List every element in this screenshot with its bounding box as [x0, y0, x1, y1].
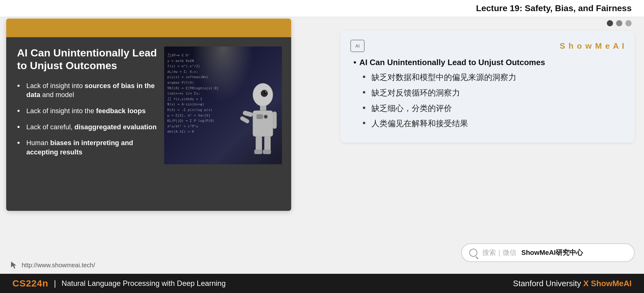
course-code: CS224n: [12, 278, 48, 289]
cursor-icon: [9, 260, 19, 270]
bottom-right: Stanford University X ShowMeAI: [513, 279, 632, 288]
ai-icon-label: AI: [355, 43, 360, 48]
bullet-2: Lack of insight into the feedback loops: [17, 106, 158, 116]
lecture-title: Lecture 19: Safety, Bias, and Fairness: [476, 3, 632, 13]
showmeai-card: AI S h o w M e A I AI Can Unintentionall…: [340, 31, 635, 143]
bottom-bar: CS224n | Natural Language Processing wit…: [0, 274, 644, 293]
bottom-separator: |: [54, 279, 56, 288]
showmeai-logo: S h o w M e A I: [560, 41, 625, 51]
svg-rect-5: [253, 111, 273, 137]
card-subitem-4: 人类偏见在解释和接受结果: [363, 118, 625, 129]
dot-3[interactable]: [625, 20, 632, 26]
svg-rect-14: [254, 149, 262, 154]
bullet-4-bold: biases in interpreting and accepting res…: [26, 139, 133, 156]
url-text: http://www.showmeai.tech/: [22, 262, 95, 269]
bullet-4: Human biases in interpreting and accepti…: [17, 138, 158, 157]
search-divider: 搜索｜微信: [482, 248, 516, 257]
showmeai-bottom-brand: ShowMeAI: [591, 279, 632, 288]
slide-area: AI Can Unintentionally Lead to Unjust Ou…: [6, 19, 291, 211]
x-mark: X: [583, 279, 591, 288]
card-main-title: AI Can Unintentionally Lead to Unjust Ou…: [350, 58, 625, 67]
robot-svg: [235, 78, 279, 158]
card-subitem-3: 缺乏细心，分类的评价: [363, 103, 625, 114]
card-header: AI S h o w M e A I: [350, 40, 625, 52]
card-subitem-2: 缺乏对反馈循环的洞察力: [363, 88, 625, 98]
slide-body: AI Can Unintentionally Lead to Unjust Ou…: [6, 37, 291, 211]
card-subitems: 缺乏对数据和模型中的偏见来源的洞察力 缺乏对反馈循环的洞察力 缺乏细心，分类的评…: [350, 72, 625, 129]
nav-dots[interactable]: [607, 20, 632, 26]
search-bar[interactable]: 搜索｜微信 ShowMeAI研究中心: [461, 243, 635, 262]
bullet-2-bold: feedback loops: [96, 107, 146, 115]
svg-rect-4: [260, 106, 266, 111]
math-overlay: ∫∑∂∇→∞ ∈ ℝⁿ y = ax+b ∀x∈N f(x) = e^(-x²/…: [167, 53, 245, 133]
search-icon: [469, 249, 477, 257]
card-subitem-1: 缺乏对数据和模型中的偏见来源的洞察力: [363, 72, 625, 83]
svg-rect-9: [242, 110, 253, 117]
svg-rect-13: [264, 136, 270, 152]
bullet-1-bold: sources of bias in the data: [26, 82, 155, 99]
svg-point-8: [265, 116, 267, 118]
course-description: Natural Language Processing with Deep Le…: [62, 279, 226, 288]
svg-point-2: [264, 91, 266, 94]
bullet-3-bold: disaggregated evaluation: [74, 123, 156, 131]
top-bar: Lecture 19: Safety, Bias, and Fairness: [0, 0, 644, 17]
slide-main-title: AI Can Unintentionally Lead to Unjust Ou…: [17, 47, 158, 72]
svg-rect-15: [263, 149, 271, 154]
svg-rect-11: [273, 112, 277, 129]
slide-image-inner: ∫∑∂∇→∞ ∈ ℝⁿ y = ax+b ∀x∈N f(x) = e^(-x²/…: [164, 47, 282, 164]
svg-rect-6: [256, 114, 263, 119]
bullet-3: Lack of careful, disaggregated evaluatio…: [17, 122, 158, 132]
slide-bullets: Lack of insight into sources of bias in …: [17, 81, 158, 157]
url-bar: http://www.showmeai.tech/: [9, 260, 95, 270]
dot-2[interactable]: [616, 20, 622, 26]
bullet-1: Lack of insight into sources of bias in …: [17, 81, 158, 100]
svg-rect-12: [256, 136, 262, 152]
right-panel: AI S h o w M e A I AI Can Unintentionall…: [340, 31, 635, 143]
search-brand: ShowMeAI研究中心: [521, 249, 583, 256]
slide-image: ∫∑∂∇→∞ ∈ ℝⁿ y = ax+b ∀x∈N f(x) = e^(-x²/…: [164, 47, 282, 164]
dot-1[interactable]: [607, 20, 613, 26]
svg-point-3: [265, 91, 266, 93]
slide-content: AI Can Unintentionally Lead to Unjust Ou…: [17, 47, 158, 202]
slide-header: [6, 19, 291, 37]
svg-rect-10: [239, 116, 250, 124]
search-brand-text: ShowMeAI研究中心: [521, 248, 583, 257]
university-name: Stanford University: [513, 279, 581, 288]
ai-icon: AI: [350, 40, 365, 52]
